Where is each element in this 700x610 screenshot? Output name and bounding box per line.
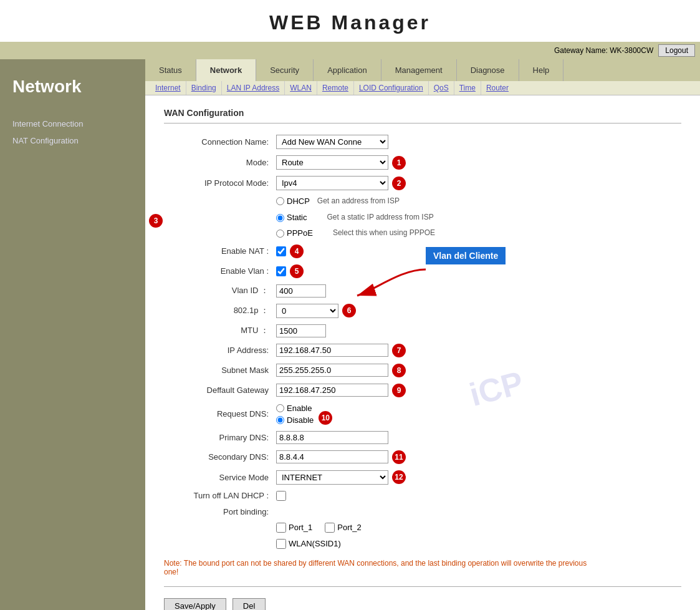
port-binding-header-row: Port binding: <box>164 507 681 516</box>
tab-help[interactable]: Help <box>519 59 564 81</box>
tab-status[interactable]: Status <box>145 59 196 81</box>
badge-12: 12 <box>392 470 406 484</box>
sub-tab-lan-ip[interactable]: LAN IP Address <box>222 81 285 95</box>
default-gw-input[interactable] <box>276 384 388 397</box>
turn-off-lan-dhcp-checkbox[interactable] <box>276 491 286 501</box>
dot1p-label: 802.1p ： <box>164 305 276 316</box>
tab-diagnose[interactable]: Diagnose <box>457 59 519 81</box>
static-radio[interactable] <box>276 214 284 222</box>
tab-management[interactable]: Management <box>381 59 457 81</box>
connection-name-row: Connection Name: Add New WAN Conne <box>164 135 681 149</box>
top-bar: Gateway Name: WK-3800CW Logout <box>0 42 700 59</box>
dns-disable-label: Disable <box>287 415 314 425</box>
default-gw-row: Deffault Gateway 9 <box>164 384 681 397</box>
section-title: WAN Configuration <box>164 108 681 118</box>
save-apply-button[interactable]: Save/Apply <box>164 598 226 610</box>
dot1p-row: 802.1p ： 01234567 6 <box>164 304 681 318</box>
enable-vlan-checkbox[interactable] <box>276 266 286 276</box>
dhcp-radio[interactable] <box>276 197 284 205</box>
dns-enable-radio[interactable] <box>276 404 284 412</box>
secondary-dns-label: Secondary DNS: <box>164 452 276 462</box>
ip-protocol-label: IP Protocol Mode: <box>164 178 276 188</box>
section-divider <box>164 123 681 123</box>
port2-item: Port_2 <box>325 523 361 533</box>
ip-address-row: IP Address: 7 <box>164 344 681 357</box>
content-area: WAN Configuration Connection Name: Add N… <box>145 95 700 610</box>
enable-vlan-row: Enable Vlan : 5 Vlan del Cliente <box>164 264 681 278</box>
mtu-label: MTU ： <box>164 325 276 336</box>
mode-label: Mode: <box>164 158 276 167</box>
badge-8: 8 <box>392 364 406 377</box>
request-dns-row: Request DNS: Enable Disable 10 <box>164 404 681 425</box>
badge-4: 4 <box>290 244 304 258</box>
sidebar-item-internet-connection[interactable]: Internet Connection <box>0 115 145 132</box>
sub-tab-internet[interactable]: Internet <box>150 81 186 95</box>
sub-tab-binding[interactable]: Binding <box>186 81 222 95</box>
port2-checkbox[interactable] <box>325 523 335 533</box>
enable-nat-row: Enable NAT : 4 <box>164 244 681 258</box>
mtu-input[interactable] <box>276 324 326 337</box>
wlan-item: WLAN(SSID1) <box>276 539 341 549</box>
service-mode-row: Service Mode INTERNET VOIP IPTV 12 <box>164 470 681 485</box>
del-button[interactable]: Del <box>233 598 266 610</box>
port-list: Port_1 Port_2 <box>276 523 362 533</box>
sub-tab-time[interactable]: Time <box>454 81 481 95</box>
static-label: Static <box>287 213 307 222</box>
service-mode-select[interactable]: INTERNET VOIP IPTV <box>276 470 388 485</box>
pppoe-radio[interactable] <box>276 230 284 238</box>
mode-select[interactable]: Route Bridge <box>276 155 388 170</box>
port1-item: Port_1 <box>276 523 312 533</box>
dhcp-label: DHCP <box>287 196 310 206</box>
ip-address-label: IP Address: <box>164 346 276 355</box>
vlan-id-row: Vlan ID ： <box>164 284 681 298</box>
dot1p-select[interactable]: 01234567 <box>276 304 338 318</box>
badge-10: 10 <box>319 411 332 425</box>
default-gw-label: Deffault Gateway <box>164 385 276 395</box>
primary-dns-row: Primary DNS: <box>164 431 681 444</box>
sidebar-item-nat-configuration[interactable]: NAT Configuration <box>0 132 145 149</box>
port1-checkbox[interactable] <box>276 523 286 533</box>
wlan-label: WLAN(SSID1) <box>289 539 341 548</box>
vlan-id-input[interactable] <box>276 284 326 298</box>
dns-disable-radio[interactable] <box>276 416 284 424</box>
static-desc: Get a static IP address from ISP <box>327 213 434 223</box>
badge-2: 2 <box>392 177 406 190</box>
dhcp-desc: Get an address from ISP <box>317 196 400 206</box>
sub-tab-wlan[interactable]: WLAN <box>285 81 317 95</box>
primary-dns-label: Primary DNS: <box>164 433 276 442</box>
mtu-row: MTU ： <box>164 324 681 337</box>
layout: Network Internet Connection NAT Configur… <box>0 59 700 610</box>
sub-tab-remote[interactable]: Remote <box>317 81 354 95</box>
enable-vlan-label: Enable Vlan : <box>164 266 276 276</box>
enable-nat-checkbox[interactable] <box>276 246 286 256</box>
gateway-name: Gateway Name: WK-3800CW <box>554 46 653 55</box>
dns-enable-label: Enable <box>287 404 312 413</box>
wlan-checkbox[interactable] <box>276 539 286 549</box>
sidebar-title: Network <box>0 59 145 109</box>
pppoe-desc: Select this when using PPPOE <box>333 228 435 238</box>
tab-security[interactable]: Security <box>256 59 314 81</box>
request-dns-label: Request DNS: <box>164 409 276 419</box>
sub-tab-router[interactable]: Router <box>481 81 514 95</box>
tab-network[interactable]: Network <box>196 59 256 81</box>
badge-3: 3 <box>149 214 163 228</box>
static-row: 3 Static Get a static IP address from IS… <box>164 213 681 223</box>
ip-address-input[interactable] <box>276 344 388 357</box>
secondary-dns-input[interactable] <box>276 450 388 463</box>
wlan-row: WLAN(SSID1) <box>276 539 681 549</box>
tab-application[interactable]: Application <box>314 59 381 81</box>
badge-7: 7 <box>392 344 406 357</box>
primary-dns-input[interactable] <box>276 431 388 444</box>
page-title: WEB Manager <box>0 0 700 42</box>
subnet-mask-input[interactable] <box>276 364 388 377</box>
nav-tabs: Status Network Security Application Mana… <box>145 59 700 81</box>
connection-name-select[interactable]: Add New WAN Conne <box>276 135 388 149</box>
sub-tab-loid[interactable]: LOID Configuration <box>354 81 429 95</box>
subnet-mask-row: Subnet Mask 8 <box>164 364 681 377</box>
ip-protocol-select[interactable]: Ipv4 Ipv6 Ipv4/Ipv6 <box>276 176 388 190</box>
service-mode-label: Service Mode <box>164 473 276 482</box>
tooltip-vlan-cliente: Vlan del Cliente <box>426 247 506 264</box>
sub-tab-qos[interactable]: QoS <box>429 81 454 95</box>
sidebar: Network Internet Connection NAT Configur… <box>0 59 145 610</box>
logout-button[interactable]: Logout <box>658 44 695 57</box>
